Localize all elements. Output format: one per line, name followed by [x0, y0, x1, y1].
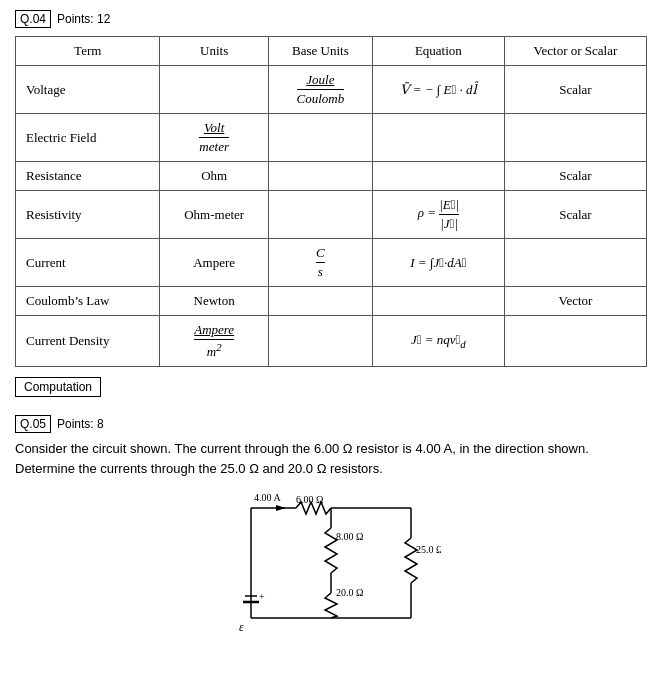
units-voltage — [160, 66, 268, 114]
q04-header: Q.04 Points: 12 — [15, 10, 647, 28]
vs-current — [504, 239, 646, 287]
vs-resistance: Scalar — [504, 162, 646, 191]
computation-label: Computation — [15, 377, 101, 397]
eq-current-density: J⃗ = nqv⃗d — [372, 316, 504, 367]
vs-voltage: Scalar — [504, 66, 646, 114]
table-row: Resistivity Ohm-meter ρ = |E⃗| |J⃗| Scal… — [16, 191, 647, 239]
eq-efield — [372, 114, 504, 162]
col-units: Units — [160, 37, 268, 66]
units-efield: Volt meter — [160, 114, 268, 162]
base-units-current: C s — [268, 239, 372, 287]
vs-efield — [504, 114, 646, 162]
units-coulomb: Newton — [160, 287, 268, 316]
q04-label: Q.04 — [15, 10, 51, 28]
eq-current: I = ∫J⃗·dA⃗ — [372, 239, 504, 287]
eq-resistivity: ρ = |E⃗| |J⃗| — [372, 191, 504, 239]
table-row: Current Ampere C s I = ∫J⃗·dA⃗ — [16, 239, 647, 287]
svg-marker-1 — [276, 505, 286, 511]
ampere-m2-frac: Ampere m2 — [194, 322, 234, 360]
rho-frac: |E⃗| |J⃗| — [439, 197, 459, 232]
computation-section: Computation — [15, 377, 647, 405]
plus-sign: + — [259, 591, 265, 602]
eq-voltage: V̄ = − ∫ E⃗ · dl̂ — [372, 66, 504, 114]
c-s-frac: C s — [316, 245, 325, 280]
term-resistivity: Resistivity — [16, 191, 160, 239]
eq-coulomb — [372, 287, 504, 316]
q05-label: Q.05 — [15, 415, 51, 433]
r2-label: 25.0 Ω — [416, 544, 441, 555]
term-current: Current — [16, 239, 160, 287]
vs-current-density — [504, 316, 646, 367]
current-label: 4.00 A — [254, 492, 281, 503]
base-units-resistivity — [268, 191, 372, 239]
q05-description: Consider the circuit shown. The current … — [15, 439, 647, 478]
table-row: Electric Field Volt meter — [16, 114, 647, 162]
eq-resistance — [372, 162, 504, 191]
col-base-units: Base Units — [268, 37, 372, 66]
r3-label: 8.00 Ω — [336, 531, 363, 542]
col-term: Term — [16, 37, 160, 66]
vs-coulomb: Vector — [504, 287, 646, 316]
table-row: Voltage Joule Coulomb V̄ = − ∫ E⃗ · dl̂ … — [16, 66, 647, 114]
base-units-resistance — [268, 162, 372, 191]
term-coulomb: Coulomb’s Law — [16, 287, 160, 316]
q05-points: Points: 8 — [57, 417, 104, 431]
physics-table: Term Units Base Units Equation Vector or… — [15, 36, 647, 367]
joule-coulomb-frac: Joule Coulomb — [297, 72, 345, 107]
vs-resistivity: Scalar — [504, 191, 646, 239]
base-units-coulomb — [268, 287, 372, 316]
term-resistance: Resistance — [16, 162, 160, 191]
units-resistance: Ohm — [160, 162, 268, 191]
r4-label: 20.0 Ω — [336, 587, 363, 598]
table-row: Resistance Ohm Scalar — [16, 162, 647, 191]
col-vector-scalar: Vector or Scalar — [504, 37, 646, 66]
table-row: Coulomb’s Law Newton Vector — [16, 287, 647, 316]
circuit-svg: 6.00 Ω 25.0 Ω 8.00 Ω 20.0 Ω + — [221, 488, 441, 643]
term-voltage: Voltage — [16, 66, 160, 114]
table-row: Current Density Ampere m2 J⃗ = nqv⃗d — [16, 316, 647, 367]
term-efield: Electric Field — [16, 114, 160, 162]
base-units-voltage: Joule Coulomb — [268, 66, 372, 114]
circuit-diagram: 6.00 Ω 25.0 Ω 8.00 Ω 20.0 Ω + — [15, 488, 647, 643]
volt-meter-frac: Volt meter — [199, 120, 229, 155]
units-current: Ampere — [160, 239, 268, 287]
base-units-efield — [268, 114, 372, 162]
units-resistivity: Ohm-meter — [160, 191, 268, 239]
emf-label: ε — [239, 620, 244, 634]
term-current-density: Current Density — [16, 316, 160, 367]
q04-points: Points: 12 — [57, 12, 110, 26]
q05-header: Q.05 Points: 8 — [15, 415, 647, 433]
table-header-row: Term Units Base Units Equation Vector or… — [16, 37, 647, 66]
base-units-current-density — [268, 316, 372, 367]
units-current-density: Ampere m2 — [160, 316, 268, 367]
col-equation: Equation — [372, 37, 504, 66]
